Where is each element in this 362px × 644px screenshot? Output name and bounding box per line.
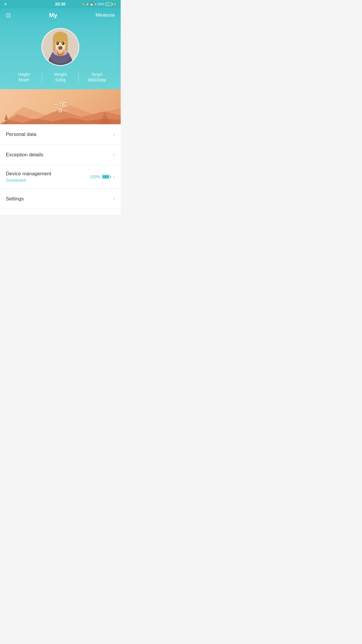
device-connected-status: Connected bbox=[6, 178, 51, 183]
humidity-icon bbox=[59, 109, 62, 112]
weather-humidity: -- -- bbox=[53, 108, 68, 113]
menu-item-settings-title: Settings bbox=[6, 196, 24, 202]
menu-item-exception-details[interactable]: Exception details › bbox=[0, 145, 121, 165]
measure-button[interactable]: Measure bbox=[96, 12, 115, 18]
menu-item-settings[interactable]: Settings › bbox=[0, 189, 121, 209]
weight-value: 51Kg bbox=[55, 77, 65, 82]
svg-point-9 bbox=[54, 32, 67, 41]
menu-item-personal-data[interactable]: Personal data › bbox=[0, 124, 121, 145]
menu-list: Personal data › Exception details › Devi… bbox=[0, 124, 121, 215]
chevron-right-icon: › bbox=[113, 196, 115, 202]
svg-marker-26 bbox=[4, 114, 8, 120]
weather-banner: --°C -- -- bbox=[0, 89, 121, 124]
svg-point-13 bbox=[62, 42, 64, 44]
menu-item-device-management-title: Device management bbox=[6, 171, 51, 177]
page-title: My bbox=[49, 12, 57, 19]
page-header: ⊡ My Measure bbox=[0, 8, 121, 22]
svg-point-14 bbox=[60, 45, 61, 46]
svg-point-12 bbox=[57, 42, 58, 44]
status-bar: ✈ 20:30 🔒 ➤ ⏰ ✳ 56% ⚡ bbox=[0, 0, 121, 8]
chevron-right-icon: › bbox=[113, 131, 115, 137]
airplane-icon: ✈ bbox=[4, 2, 7, 6]
avatar[interactable] bbox=[41, 28, 79, 66]
battery-icon bbox=[106, 3, 112, 6]
menu-item-exception-details-title: Exception details bbox=[6, 152, 43, 158]
svg-point-20 bbox=[58, 46, 62, 49]
device-battery-icon bbox=[102, 175, 110, 179]
humidity-left: -- bbox=[53, 108, 57, 113]
height-label: Height bbox=[18, 72, 30, 77]
status-time: 20:30 bbox=[55, 2, 66, 6]
chevron-right-icon: › bbox=[113, 174, 115, 180]
stat-target: Target 3000Step bbox=[79, 72, 115, 82]
weight-label: Weight bbox=[54, 72, 66, 77]
avatar-image bbox=[42, 29, 78, 65]
target-value: 3000Step bbox=[87, 77, 106, 82]
humidity-right: -- bbox=[64, 108, 68, 113]
stats-row: Height 5Inch Weight 51Kg Target 3000Step bbox=[0, 72, 121, 82]
share-icon[interactable]: ⊡ bbox=[6, 12, 11, 19]
menu-item-about[interactable]: About › bbox=[0, 209, 121, 215]
charging-icon: ⚡ bbox=[113, 3, 117, 6]
profile-section: Height 5Inch Weight 51Kg Target 3000Step bbox=[0, 22, 121, 89]
menu-item-personal-data-title: Personal data bbox=[6, 132, 36, 137]
target-label: Target bbox=[91, 72, 103, 77]
chevron-right-icon: › bbox=[113, 152, 115, 158]
height-value: 5Inch bbox=[19, 77, 29, 82]
lock-icon: 🔒 bbox=[82, 3, 85, 6]
alarm-icon: ⏰ bbox=[90, 3, 93, 6]
stat-weight: Weight 51Kg bbox=[42, 72, 78, 82]
menu-item-device-management[interactable]: Device management Connected 100% › bbox=[0, 165, 121, 189]
device-battery: 100% bbox=[90, 174, 110, 179]
location-icon: ➤ bbox=[86, 3, 89, 6]
device-battery-percent: 100% bbox=[90, 174, 100, 179]
weather-temperature: --°C bbox=[53, 101, 67, 108]
stat-height: Height 5Inch bbox=[6, 72, 42, 82]
battery-percent: 56% bbox=[98, 2, 104, 6]
status-right: 🔒 ➤ ⏰ ✳ 56% ⚡ bbox=[82, 2, 117, 6]
bluetooth-icon: ✳ bbox=[94, 3, 97, 6]
